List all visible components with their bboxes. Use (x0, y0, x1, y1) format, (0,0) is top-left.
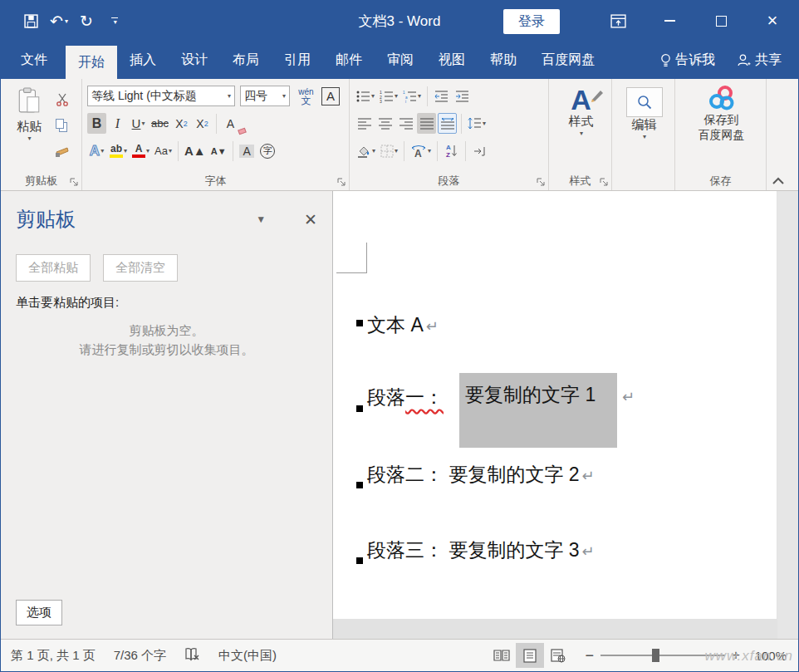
language-status[interactable]: 中文(中国) (218, 648, 277, 664)
copy-button[interactable] (52, 115, 71, 135)
read-mode-button[interactable] (488, 643, 516, 668)
sign-in-button[interactable]: 登录 (503, 9, 560, 34)
tab-design[interactable]: 设计 (169, 42, 220, 79)
paste-button[interactable]: 粘贴 ▾ (6, 82, 52, 162)
pane-menu-caret-icon[interactable]: ▼ (256, 213, 266, 225)
tab-file[interactable]: 文件 (2, 42, 66, 79)
numbering-button[interactable]: 123▾ (378, 86, 400, 106)
tab-baidu-netdisk[interactable]: 百度网盘 (529, 42, 607, 79)
grow-font-button[interactable]: A▲ (183, 140, 208, 161)
decrease-indent-button[interactable] (432, 86, 451, 106)
selected-text[interactable]: 要复制的文字 1 (459, 373, 617, 407)
bullets-button[interactable]: ▾ (355, 86, 376, 106)
collapse-ribbon-button[interactable] (772, 177, 785, 185)
zoom-in-button[interactable]: + (732, 647, 740, 664)
web-layout-button[interactable] (544, 643, 572, 668)
text-highlight-button[interactable]: ab▾ (108, 140, 129, 161)
tab-references[interactable]: 引用 (272, 42, 323, 79)
borders-button[interactable]: ▾ (379, 140, 400, 161)
pane-close-icon[interactable]: ✕ (304, 210, 317, 229)
align-center-button[interactable] (375, 113, 395, 134)
character-border-button[interactable]: A (321, 87, 340, 105)
tab-mailings[interactable]: 邮件 (323, 42, 375, 79)
proofing-status[interactable] (184, 647, 200, 665)
superscript-button[interactable]: X2 (193, 113, 212, 134)
styles-button[interactable]: A 样式 ▾ (554, 82, 608, 137)
customize-qat-button[interactable]: ▾ (111, 17, 118, 24)
vertical-scrollbar[interactable] (777, 191, 798, 639)
svg-text:i: i (405, 100, 406, 103)
close-button[interactable]: × (747, 0, 798, 42)
multilevel-list-button[interactable]: 1ai▾ (401, 86, 423, 106)
font-color-button[interactable]: A▾ (130, 140, 151, 161)
line-spacing-button[interactable]: ▾ (466, 113, 488, 134)
tab-view[interactable]: 视图 (426, 42, 478, 79)
shrink-font-button[interactable]: A▼ (209, 140, 228, 161)
show-hide-marks-button[interactable] (470, 140, 489, 161)
redo-button[interactable]: ↻ (80, 13, 93, 29)
selection-highlight[interactable]: 要复制的文字 1 (459, 373, 617, 448)
page-info[interactable]: 第 1 页, 共 1 页 (11, 648, 96, 664)
pinyin-bottom: 文 (301, 96, 311, 105)
font-name-combobox[interactable]: 等线 Light (中文标题▾ (87, 86, 235, 106)
tab-review[interactable]: 审阅 (375, 42, 426, 79)
maximize-button[interactable] (695, 0, 747, 42)
align-right-button[interactable] (396, 113, 415, 134)
character-shading-button[interactable]: A (238, 140, 257, 161)
word-count[interactable]: 7/36 个字 (114, 648, 166, 664)
styles-dialog-launcher[interactable] (599, 177, 609, 187)
phonetic-guide-button[interactable]: wén文 (297, 86, 316, 106)
paragraph-dialog-launcher[interactable] (536, 177, 546, 187)
text-effects-button[interactable]: A▾ (87, 140, 106, 161)
align-left-button[interactable] (355, 113, 374, 134)
paragraph-line-1[interactable]: 文本 A↵ (367, 312, 439, 339)
status-bar: 第 1 页, 共 1 页 7/36 个字 中文(中国) − + 100% (1, 639, 798, 671)
clear-all-button[interactable]: 全部清空 (103, 254, 178, 282)
enclose-characters-button[interactable]: 字 (258, 140, 277, 161)
change-case-button[interactable]: Aa▾ (153, 140, 174, 161)
asian-layout-button[interactable]: A▾ (409, 140, 433, 161)
strikethrough-button[interactable]: abc (150, 113, 170, 134)
minimize-button[interactable] (644, 0, 695, 42)
shading-button[interactable]: ▾ (355, 140, 377, 161)
paragraph-line-3[interactable]: 段落二： 要复制的文字 2↵ (367, 462, 595, 488)
italic-button[interactable]: I (108, 113, 127, 134)
subscript-button[interactable]: X2 (172, 113, 191, 134)
editing-button[interactable]: 编辑 ▾ (617, 82, 671, 140)
outline-square-marker (356, 557, 363, 564)
increase-indent-button[interactable] (453, 86, 472, 106)
zoom-out-button[interactable]: − (586, 647, 595, 665)
save-button[interactable] (24, 14, 38, 28)
clear-formatting-button[interactable]: A (221, 113, 240, 134)
tab-home[interactable]: 开始 (66, 46, 117, 79)
font-size-combobox[interactable]: 四号▾ (240, 86, 290, 106)
justify-button[interactable] (417, 113, 436, 134)
tell-me-button[interactable]: 告诉我 (660, 52, 715, 69)
print-layout-button[interactable] (516, 643, 544, 668)
tab-help[interactable]: 帮助 (478, 42, 529, 79)
paste-all-button[interactable]: 全部粘贴 (16, 254, 91, 282)
document-page[interactable]: 文本 A↵ 要复制的文字 1 段落一： ↵ 段落二： 要复制的文字 2↵ 段落三… (333, 191, 777, 619)
font-dialog-launcher[interactable] (336, 177, 346, 187)
sort-button[interactable]: AZ (442, 140, 461, 161)
save-to-baidu-button[interactable]: 保存到百度网盘 (680, 82, 762, 142)
share-button[interactable]: 共享 (737, 52, 782, 69)
paste-label: 粘贴 (17, 119, 42, 135)
cut-button[interactable] (52, 89, 71, 110)
undo-button[interactable]: ↶▾ (50, 13, 68, 29)
outline-square-marker (356, 320, 363, 326)
format-painter-button[interactable] (52, 140, 71, 161)
clipboard-dialog-launcher[interactable] (69, 177, 79, 187)
paragraph-line-4[interactable]: 段落三： 要复制的文字 3↵ (367, 537, 595, 564)
tab-insert[interactable]: 插入 (117, 42, 169, 79)
paragraph-line-2[interactable]: 段落一： (367, 385, 444, 410)
ribbon-display-options-button[interactable] (592, 0, 644, 42)
distribute-button[interactable] (438, 113, 457, 134)
underline-button[interactable]: U▾ (129, 113, 148, 134)
tab-layout[interactable]: 布局 (220, 42, 272, 79)
bold-button[interactable]: B (87, 113, 106, 134)
zoom-slider-thumb[interactable] (652, 649, 659, 662)
pane-options-button[interactable]: 选项 (16, 600, 62, 625)
zoom-level[interactable]: 100% (748, 649, 787, 663)
zoom-slider[interactable] (600, 655, 725, 656)
